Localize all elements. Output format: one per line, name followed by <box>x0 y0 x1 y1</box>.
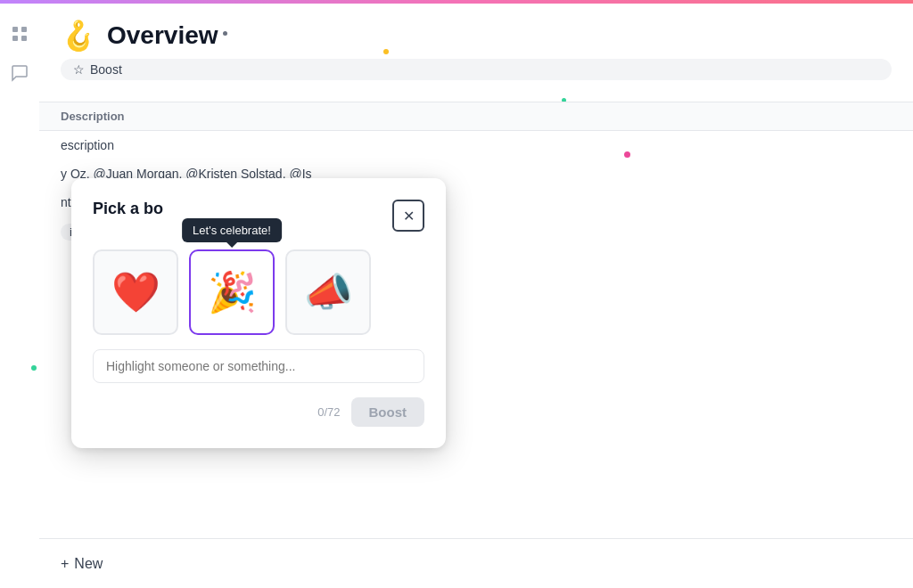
chat-icon[interactable] <box>7 61 32 86</box>
hearts-emoji: ❤️ <box>111 269 160 315</box>
new-button-label: New <box>74 556 103 572</box>
boost-popup: Pick a bo ✕ ❤️ Let's celebrate! 🎉 📣 0/72 <box>71 178 446 448</box>
grid-icon[interactable] <box>7 21 32 46</box>
description-row: escription <box>39 131 913 159</box>
boost-button[interactable]: ☆ Boost <box>61 59 892 80</box>
close-button[interactable]: ✕ <box>392 200 424 232</box>
svg-rect-0 <box>12 27 18 32</box>
table-header: Description <box>39 102 913 131</box>
char-count: 0/72 <box>317 405 340 419</box>
description-col-header: Description <box>61 110 892 123</box>
emoji-party-wrapper: Let's celebrate! 🎉 <box>189 249 275 335</box>
emoji-row: ❤️ Let's celebrate! 🎉 📣 <box>93 249 424 335</box>
emoji-megaphone-option[interactable]: 📣 <box>285 249 371 335</box>
svg-rect-1 <box>21 27 27 32</box>
description-value: escription <box>61 138 114 152</box>
popup-footer: 0/72 Boost <box>93 397 424 427</box>
page-header: 🪝 Overview ☆ Boost <box>39 4 913 91</box>
sidebar <box>0 4 39 588</box>
star-icon: ☆ <box>73 62 85 77</box>
popup-title: Pick a bo <box>93 200 163 218</box>
plus-icon: + <box>61 556 69 572</box>
new-button[interactable]: + New <box>61 556 103 572</box>
emoji-hearts-wrapper: ❤️ <box>93 249 178 335</box>
page-title: Overview <box>107 21 218 50</box>
party-tooltip: Let's celebrate! <box>182 218 282 242</box>
page-icon: 🪝 <box>61 21 96 50</box>
boost-button-label: Boost <box>90 62 122 77</box>
close-icon: ✕ <box>403 208 415 225</box>
party-emoji: 🎉 <box>208 269 257 315</box>
bottom-bar: + New <box>39 538 913 588</box>
emoji-hearts-option[interactable]: ❤️ <box>93 249 178 335</box>
svg-rect-3 <box>21 36 27 41</box>
boost-submit-button[interactable]: Boost <box>351 397 425 427</box>
megaphone-emoji: 📣 <box>304 269 353 315</box>
svg-rect-2 <box>12 36 18 41</box>
emoji-megaphone-wrapper: 📣 <box>285 249 371 335</box>
emoji-party-option[interactable]: 🎉 <box>189 249 275 335</box>
highlight-input[interactable] <box>93 349 424 383</box>
